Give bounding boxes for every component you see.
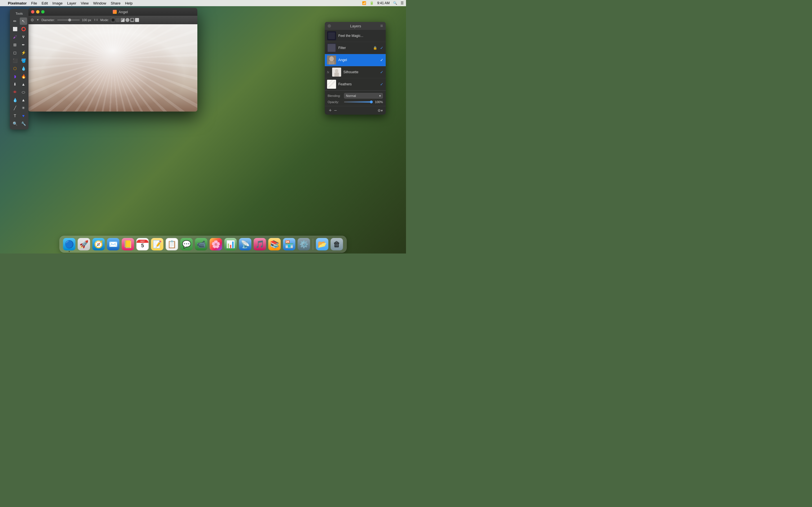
menu-layer[interactable]: Layer <box>67 1 77 5</box>
tool-rect-select[interactable]: ⬜ <box>11 25 18 33</box>
lock-icon: 🔒 <box>373 46 377 50</box>
window-close[interactable] <box>31 10 35 13</box>
layer-row-active[interactable]: Angel ✓ <box>325 54 386 66</box>
tool-freeform[interactable]: ⛛ <box>20 33 27 41</box>
mode-icon-4[interactable] <box>125 18 130 22</box>
tool-eraser[interactable]: ◻ <box>11 49 18 56</box>
dock-reminders[interactable]: 📋 <box>165 237 179 251</box>
opacity-value: 100% <box>375 100 383 104</box>
tool-brush[interactable]: 🖌 <box>11 33 18 41</box>
mode-icon-6[interactable] <box>135 18 139 22</box>
menu-help[interactable]: Help <box>125 1 133 5</box>
dock-itunes[interactable]: 🎵 <box>253 237 267 251</box>
dock-calendar[interactable]: SEP 5 <box>136 237 149 251</box>
tool-eye-dropper[interactable]: 👁 <box>11 89 18 96</box>
visibility-check[interactable]: ✓ <box>380 58 384 62</box>
layer-row[interactable]: Feel the Magic... <box>325 30 386 42</box>
tool-lighten[interactable]: ▲ <box>20 96 27 104</box>
tool-burn[interactable]: 🔥 <box>20 73 27 80</box>
dock-facetime[interactable]: 📹 <box>195 237 208 251</box>
dock-notes[interactable]: 📝 <box>151 237 164 251</box>
tool-spot-heal[interactable]: ⬭ <box>20 89 27 96</box>
layer-row[interactable]: fx Silhouette ✓ <box>325 66 386 78</box>
dock-mail[interactable]: ✉️ <box>107 237 120 251</box>
menu-file[interactable]: File <box>31 1 37 5</box>
app-name[interactable]: Pixelmator <box>8 1 27 5</box>
tool-gradient[interactable]: ◗ <box>11 73 18 80</box>
tool-heart[interactable]: ♥ <box>20 112 27 119</box>
dock-finder[interactable]: 🔵 <box>63 237 76 251</box>
svg-point-5 <box>329 56 334 61</box>
tool-spray[interactable]: 💧 <box>20 65 27 72</box>
svg-rect-6 <box>329 61 335 64</box>
tool-ellipse-select[interactable]: ⭕ <box>20 25 27 33</box>
tool-vector[interactable]: ⬡ <box>11 65 18 72</box>
menu-window[interactable]: Window <box>93 1 106 5</box>
fx-badge: fx <box>327 71 329 74</box>
mode-icon-3[interactable] <box>121 18 124 22</box>
dock-numbers[interactable]: 📊 <box>224 237 238 251</box>
tool-eyedropper2[interactable]: 🔧 <box>20 120 27 127</box>
visibility-check[interactable]: ✓ <box>380 46 384 50</box>
dock-airdrop-server[interactable]: 📡 <box>239 237 252 251</box>
tool-fill[interactable]: 🪣 <box>20 57 27 64</box>
tool-color-replace[interactable]: 💧 <box>11 96 18 104</box>
svg-rect-1 <box>328 33 335 39</box>
tool-cursor[interactable]: ↖ <box>20 17 27 25</box>
diameter-value[interactable]: 100 px <box>82 18 91 22</box>
diameter-slider[interactable] <box>57 19 80 20</box>
dock-sysprefs[interactable]: ⚙️ <box>297 237 311 251</box>
dock-safari[interactable]: 🧭 <box>92 237 105 251</box>
mode-icon-2[interactable] <box>116 18 120 22</box>
tool-sharpen[interactable]: ▲ <box>20 80 27 88</box>
tool-rect-shape[interactable]: ⬛ <box>11 57 18 64</box>
dock-appstore[interactable]: 🏪 <box>283 237 296 251</box>
dock-messages[interactable]: 💬 <box>180 237 193 251</box>
tool-transform[interactable]: ⊞ <box>11 41 18 48</box>
menu-view[interactable]: View <box>81 1 89 5</box>
notification-icon[interactable]: ☰ <box>401 1 404 5</box>
dock-ibooks[interactable]: 📚 <box>268 237 282 251</box>
toolbar-chevron-icon[interactable]: ▼ <box>36 18 39 21</box>
tool-line[interactable]: ╱ <box>11 104 18 112</box>
layers-menu-button[interactable]: ≡ <box>380 23 383 29</box>
mode-icon-5[interactable]: ⬛ <box>130 18 134 22</box>
dock-contacts[interactable]: 📒 <box>121 237 135 251</box>
tool-zoom[interactable]: 🔍 <box>11 120 18 127</box>
window-maximize[interactable] <box>41 10 45 13</box>
toolbar-settings-icon[interactable]: ⚙ <box>31 18 34 22</box>
tool-pen[interactable]: ✏ <box>11 17 18 25</box>
opacity-slider[interactable] <box>344 101 373 103</box>
visibility-check[interactable]: ✓ <box>380 82 384 87</box>
menu-share[interactable]: Share <box>111 1 121 5</box>
add-layer-button[interactable]: + <box>327 108 333 113</box>
menu-image[interactable]: Image <box>52 1 63 5</box>
mode-icon-1[interactable] <box>111 18 115 22</box>
layer-row[interactable]: Feathers ✓ <box>325 78 386 91</box>
tools-title: Tools <box>11 11 28 17</box>
layers-gear-button[interactable]: ⚙▾ <box>377 108 383 113</box>
menu-edit[interactable]: Edit <box>42 1 48 5</box>
visibility-check[interactable]: ✓ <box>380 70 384 74</box>
blending-select[interactable]: Normal ▾ <box>344 93 383 99</box>
tool-magic-wand[interactable]: ⚡ <box>20 49 27 56</box>
canvas-area[interactable] <box>28 24 197 112</box>
layer-name: Feathers <box>338 82 378 86</box>
search-icon[interactable]: 🔍 <box>393 1 397 5</box>
canvas-toolbar: ⚙ ▼ Diameter: 100 px ⬆⬇ Mode: ⬛ <box>28 16 197 24</box>
tool-color-select[interactable]: ✳ <box>20 104 27 112</box>
dock-photos[interactable]: 🌸 <box>209 237 223 251</box>
tool-smudge[interactable]: ⬇ <box>11 80 18 88</box>
layer-name: Silhouette <box>343 70 378 74</box>
layers-close-button[interactable] <box>327 24 331 27</box>
tool-text[interactable]: T <box>11 112 18 119</box>
tool-pen-path[interactable]: ✒ <box>20 41 27 48</box>
svg-rect-3 <box>327 44 336 52</box>
dock-trash[interactable]: 🗑 <box>330 237 344 251</box>
window-minimize[interactable] <box>36 10 40 13</box>
dock-launchpad[interactable]: 🚀 <box>77 237 91 251</box>
layers-controls: Blending: Normal ▾ Opacity: 100% <box>325 91 386 106</box>
layer-row[interactable]: Filter 🔒 ✓ <box>325 42 386 54</box>
delete-layer-button[interactable]: − <box>333 108 338 113</box>
dock-airdropfolder[interactable]: 📂 <box>315 237 329 251</box>
